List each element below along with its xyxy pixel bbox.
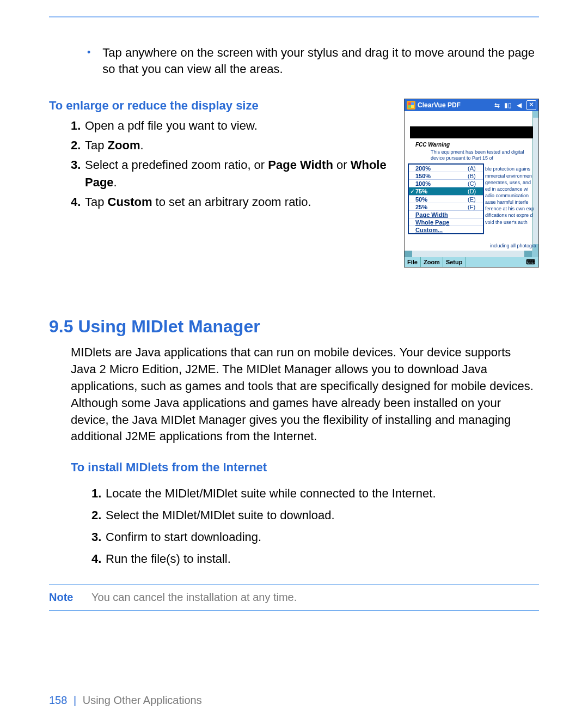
list-item: 1. Open a pdf file you want to view. [71,117,391,135]
doc-text-side: ble protection agains mmercial environme… [485,166,536,225]
zoom-option[interactable]: 150%(B) [409,172,483,180]
zoom-option[interactable]: 25%(F) [409,203,483,211]
item-text: Select a predefined zoom ratio, or Page … [85,156,391,191]
device-screenshot: ClearVue PDF ⇆ ▮▯ ◀ ✕ FCC Warning This e… [404,99,539,268]
list-item: 2. Tap Zoom. [71,137,391,154]
bullet-dot-icon: • [87,45,102,77]
windows-flag-icon [407,101,415,110]
zoom-option[interactable]: 200%(A) [409,165,483,172]
footer-separator: | [70,694,79,706]
section-title: 9.5 Using MIDlet Manager [49,317,539,337]
display-size-list: 1. Open a pdf file you want to view. 2. … [71,117,391,210]
left-column: To enlarge or reduce the display size 1.… [49,99,391,212]
device-title-bar: ClearVue PDF ⇆ ▮▯ ◀ ✕ [405,99,538,111]
fcc-warning-label: FCC Warning [415,142,450,148]
list-item: 2.Select the MIDlet/MIDlet suite to down… [91,506,539,525]
zoom-menu: 200%(A) 150%(B) 100%(C) ✓75%(D) 50%(E) 2… [408,163,484,234]
menu-zoom[interactable]: Zoom [421,257,443,267]
install-heading: To install MIDlets from the Internet [71,460,539,475]
zoom-option-custom[interactable]: Custom... [409,226,483,233]
list-item: 1.Locate the MIDlet/MIDlet suite while c… [91,484,539,503]
item-number: 2. [71,137,85,154]
sync-icon: ⇆ [493,101,501,109]
list-item: 3.Confirm to start downloading. [91,528,539,546]
device-bottom-bar: File Zoom Setup ⌨ [405,257,538,267]
page-footer: 158 | Using Other Applications [49,694,202,707]
app-title: ClearVue PDF [418,101,492,109]
item-text: Tap Custom to set an arbitrary zoom rati… [85,193,391,211]
list-item: 4. Tap Custom to set an arbitrary zoom r… [71,193,391,211]
footer-title: Using Other Applications [83,694,202,706]
note-text: You can cancel the installation at any t… [91,591,297,604]
zoom-option-page-width[interactable]: Page Width [409,211,483,218]
section-paragraph: MIDlets are Java applications that can r… [71,344,539,445]
intro-text: Tap anywhere on the screen with your sty… [102,45,539,77]
item-number: 3. [71,156,85,191]
list-item: 3. Select a predefined zoom ratio, or Pa… [71,156,391,191]
display-size-heading: To enlarge or reduce the display size [49,99,391,113]
list-item: 4.Run the file(s) to install. [91,550,539,568]
install-list: 1.Locate the MIDlet/MIDlet suite while c… [91,484,539,568]
zoom-option-whole-page[interactable]: Whole Page [409,218,483,226]
note-label: Note [49,591,91,604]
page-number: 158 [49,694,67,706]
doc-text-top: This equipment has been tested and digit… [431,149,536,161]
scroll-left-icon[interactable] [405,251,412,257]
document-page: • Tap anywhere on the screen with your s… [0,0,588,723]
keyboard-icon[interactable]: ⌨ [523,257,538,267]
item-text: Tap Zoom. [85,137,391,154]
zoom-option-selected[interactable]: ✓75%(D) [409,187,483,196]
zoom-option[interactable]: 100%(C) [409,180,483,187]
item-number: 4. [71,193,85,211]
scrollbar-horizontal[interactable] [405,251,538,257]
close-icon[interactable]: ✕ [526,100,536,110]
device-body: FCC Warning This equipment has been test… [405,111,538,251]
item-text: Open a pdf file you want to view. [85,117,391,135]
redacted-bar [410,126,533,138]
scroll-right-icon[interactable] [524,251,532,257]
note-box: Note You can cancel the installation at … [49,584,539,611]
item-number: 1. [71,117,85,135]
signal-icon: ▮▯ [504,101,512,109]
doc-text-bottom: including all photogra [490,243,536,248]
speaker-icon: ◀ [515,101,523,109]
intro-bullet: • Tap anywhere on the screen with your s… [87,45,539,77]
zoom-option[interactable]: 50%(E) [409,196,483,203]
top-rule [49,16,539,17]
menu-setup[interactable]: Setup [443,257,466,267]
check-icon: ✓ [410,188,415,195]
menu-file[interactable]: File [405,257,421,267]
scroll-up-icon[interactable] [533,111,538,118]
two-column-layout: To enlarge or reduce the display size 1.… [49,99,539,268]
